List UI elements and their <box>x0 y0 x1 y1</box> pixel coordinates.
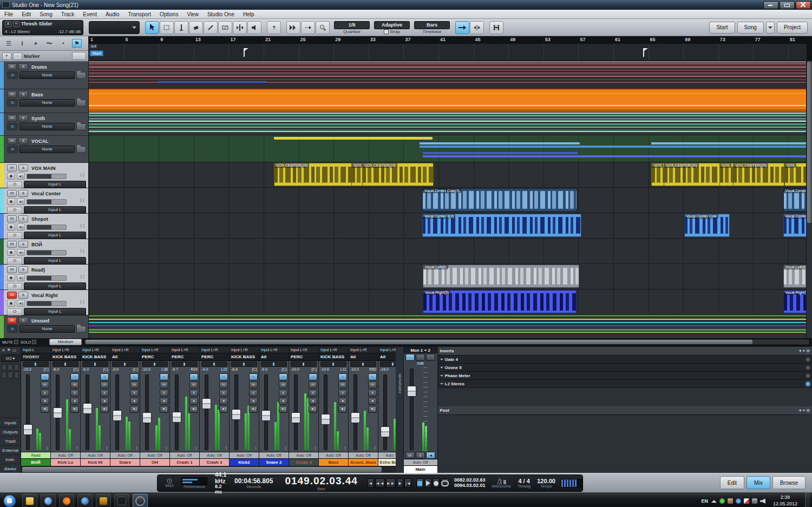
mixer-nav-outputs[interactable]: Outputs <box>0 427 21 436</box>
snap-control[interactable]: Adaptive Snap <box>374 21 410 34</box>
volume-slider[interactable] <box>27 301 67 306</box>
monitor-button[interactable]: ◄) <box>17 223 25 231</box>
fader-cap[interactable] <box>83 403 92 414</box>
zoom-tool-button[interactable] <box>316 21 330 34</box>
event-bar[interactable] <box>423 152 578 154</box>
strip-output-label[interactable]: All <box>378 353 396 361</box>
audio-clip[interactable]: Vocal Center Cole(3) <box>422 188 578 212</box>
tray-icon-up[interactable] <box>711 497 717 503</box>
mixer-pin-icon[interactable]: ⚑ <box>7 348 11 353</box>
pan-slider[interactable] <box>201 361 227 367</box>
automation-mode[interactable]: Auto: Off <box>110 452 140 458</box>
strip-solo-button[interactable]: s <box>41 390 49 397</box>
channel-name[interactable]: Acous..Bass <box>349 458 378 466</box>
folder-icon[interactable] <box>76 326 86 333</box>
strip-monitor-button[interactable]: ◄) <box>100 406 109 413</box>
show-desktop-button[interactable] <box>805 492 810 507</box>
input-button[interactable]: Input L <box>24 308 86 315</box>
strip-record-button[interactable]: ● <box>160 398 168 405</box>
solo-button[interactable]: s <box>18 241 28 248</box>
fader-track[interactable] <box>383 374 387 450</box>
mixer-close-icon[interactable]: ✕ <box>2 348 5 353</box>
mute-button[interactable]: m <box>7 266 17 273</box>
vertical-scrollbar[interactable] <box>806 61 812 338</box>
metronome-control[interactable]: Metronome <box>492 478 511 489</box>
strip-record-button[interactable]: ● <box>249 398 258 405</box>
power-icon[interactable] <box>806 382 810 386</box>
fader-area[interactable]: →ms●◄)⌇ <box>231 373 258 451</box>
strip-mute-button[interactable]: m <box>279 381 287 389</box>
solo-button[interactable]: s <box>18 215 28 222</box>
mute-button[interactable]: m <box>7 241 17 248</box>
audio-clip[interactable]: VOX <box>351 163 363 186</box>
menu-song[interactable]: Song <box>35 11 56 18</box>
track-list-menu-icon[interactable]: ☰ <box>4 39 13 47</box>
solo-button[interactable]: s <box>18 63 28 70</box>
taskbar-icon-winamp[interactable] <box>96 494 111 507</box>
strip-output-label[interactable]: PERC <box>200 353 229 361</box>
monitor-button[interactable]: ◄) <box>17 274 25 281</box>
solo-button[interactable]: s <box>18 266 28 273</box>
strip-monitor-button[interactable]: ◄) <box>249 406 258 413</box>
menu-options[interactable]: Options <box>155 11 182 18</box>
menu-track[interactable]: Track <box>57 11 79 18</box>
song-dropdown-button[interactable] <box>766 22 775 34</box>
taskbar-icon-folder[interactable] <box>22 494 37 507</box>
monitor-out-label[interactable]: Mon 1 + 2 <box>404 347 437 353</box>
strip-link-button[interactable]: → <box>219 373 228 380</box>
io-none-button[interactable]: None <box>19 123 75 130</box>
audio-clip[interactable]: VOX <box>651 163 665 186</box>
record-arm-button[interactable] <box>7 274 15 281</box>
audio-clip[interactable]: Vocal Left(6) <box>423 265 579 288</box>
io-none-button[interactable]: None <box>19 99 75 107</box>
autoscroll-button[interactable] <box>455 21 469 34</box>
channel-name[interactable]: Crash 3 <box>289 458 318 466</box>
macro-control-display[interactable]: A ✳ Thresh Slider 4 - L2 Stereo -12.7 dB… <box>2 20 83 35</box>
loop-range-display[interactable]: 0082.02.02.63 0094.03.02.01 <box>454 478 486 489</box>
channel-strip-OH[interactable]: Input L+RPERC-10.0L38→ms●◄)⌇Auto: OffOH <box>140 347 170 466</box>
strip-output-label[interactable]: PERC <box>170 353 199 361</box>
main-automation-mode[interactable]: Auto: Off <box>404 459 437 465</box>
channel-name[interactable]: Kick Lo <box>51 458 80 466</box>
strip-record-button[interactable]: ● <box>130 398 139 405</box>
channel-strip-Crash 3[interactable]: Input L+RPERC-10.0(C)→ms●◄)⌇Auto: OffCra… <box>289 347 319 466</box>
fader-area[interactable]: →ms●◄)⌇ <box>260 373 287 451</box>
strip-mute-button[interactable]: m <box>309 381 317 389</box>
automation-mode[interactable]: Read <box>21 452 50 458</box>
solo-button[interactable]: s <box>18 137 28 144</box>
remove-marker-button[interactable]: - <box>13 52 22 60</box>
automation-mode[interactable]: Auto: Off <box>200 452 229 458</box>
strip-record-button[interactable]: ● <box>279 398 287 405</box>
mixer-scrollbar[interactable] <box>21 466 396 473</box>
meter-icon[interactable]: ılı <box>7 325 18 333</box>
snap-value[interactable]: Adaptive <box>374 21 410 29</box>
pan-slider[interactable] <box>82 361 108 367</box>
track-row-Read)[interactable]: msRead)◄)OInput L⌇⌇ <box>0 265 88 290</box>
strip-output-label[interactable]: All <box>259 353 289 361</box>
main-solo-button[interactable]: s <box>416 452 425 459</box>
pan-slider[interactable] <box>23 361 49 367</box>
mix-view-button[interactable]: Mix <box>746 476 770 489</box>
fader-track[interactable] <box>324 374 328 450</box>
automation-icon[interactable]: 〜 <box>45 39 54 47</box>
loop-button[interactable] <box>441 478 449 488</box>
monitor-button[interactable]: ◄) <box>17 300 25 307</box>
lane-Vocal Center[interactable]: Vocal Center Cole(3)Vocal Center 3 <box>89 188 812 213</box>
close-button[interactable] <box>796 1 811 9</box>
power-icon[interactable] <box>806 366 810 370</box>
channel-strip-Bass[interactable]: Input L+RKICK BASS-10.6L11→ms●◄)⌇Auto: O… <box>319 347 349 466</box>
insert-slot-phase-meter[interactable]: Phase Meter <box>438 372 812 380</box>
lane-ВОЙ[interactable] <box>89 239 812 264</box>
record-arm-button[interactable] <box>7 300 15 307</box>
add-marker-button[interactable]: + <box>2 52 11 60</box>
taskbar-icon-media[interactable] <box>77 494 93 507</box>
strip-link-button[interactable]: → <box>338 373 347 380</box>
lane-Bass[interactable] <box>89 89 812 113</box>
fader-area[interactable]: →ms●◄)⌇ <box>350 373 377 451</box>
strip-solo-button[interactable]: s <box>100 390 109 397</box>
meter-icon[interactable]: ılı <box>7 123 18 130</box>
song-page-button[interactable]: Song <box>737 22 764 34</box>
channel-filter-icons[interactable] <box>0 363 21 380</box>
insert-slot-ozone-5[interactable]: Ozone 5 <box>438 364 812 372</box>
audio-clip[interactable]: Vocal Center 3(3) <box>422 214 582 237</box>
